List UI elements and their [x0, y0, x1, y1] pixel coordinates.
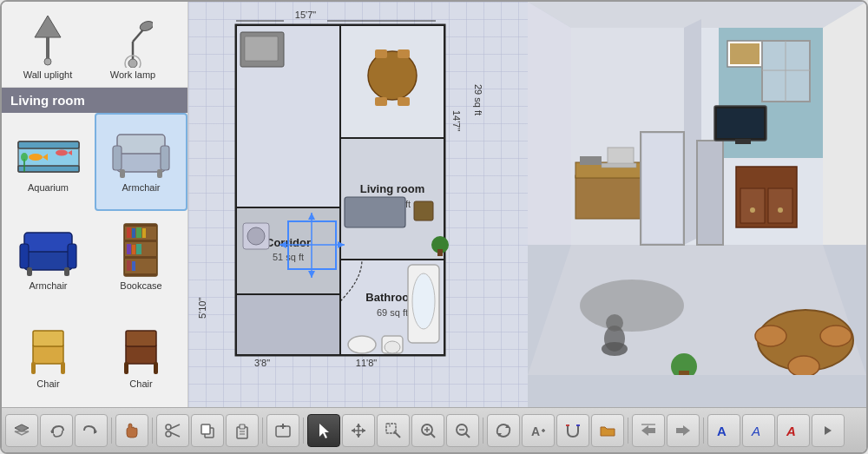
folder-btn[interactable]	[591, 414, 624, 447]
sidebar-item-work-lamp[interactable]: Work lamp	[94, 9, 172, 80]
svg-text:A: A	[786, 424, 796, 438]
hand-btn[interactable]	[115, 414, 148, 447]
svg-rect-10	[18, 166, 79, 172]
svg-rect-33	[124, 273, 157, 276]
sidebar-item-bookcase[interactable]: Bookcase	[95, 211, 187, 309]
sidebar-item-chair2[interactable]: Chair	[95, 309, 187, 407]
svg-rect-185	[676, 428, 683, 433]
svg-point-92	[412, 273, 435, 329]
sidebar: Wall uplight Work lamp	[2, 2, 188, 407]
font-a2-btn[interactable]: A	[742, 414, 775, 447]
svg-rect-80	[437, 249, 443, 256]
svg-rect-114	[697, 141, 723, 245]
font-a1-btn[interactable]: A	[707, 414, 740, 447]
arrow-left-btn[interactable]	[632, 414, 665, 447]
svg-rect-110	[580, 156, 602, 165]
sidebar-item-aquarium[interactable]: Aquarium	[2, 113, 95, 211]
magnet-btn[interactable]	[556, 414, 589, 447]
sep1	[111, 418, 112, 444]
svg-rect-96	[245, 36, 278, 61]
zoom-out-btn[interactable]	[446, 414, 479, 447]
svg-line-165	[394, 431, 400, 438]
svg-rect-75	[375, 97, 387, 106]
svg-text:A: A	[717, 424, 727, 438]
wall-uplight-icon	[30, 11, 65, 68]
svg-marker-181	[641, 425, 648, 436]
svg-text:Living room: Living room	[360, 182, 424, 195]
redo-btn[interactable]	[75, 414, 108, 447]
rotate-btn[interactable]	[487, 414, 520, 447]
armchair2-label: Armchair	[29, 280, 67, 291]
zoom-in-btn[interactable]	[411, 414, 444, 447]
floor-plan-svg: 15'7" 14'7" 29 sq ft 3'8" 11'8" 5'10"	[193, 6, 492, 371]
svg-text:29 sq ft: 29 sq ft	[473, 84, 483, 115]
arrow-right-btn[interactable]	[667, 414, 700, 447]
chair1-label: Chair	[36, 378, 59, 389]
layers-btn[interactable]	[5, 414, 38, 447]
sidebar-item-armchair2[interactable]: Armchair	[2, 211, 95, 309]
text-btn[interactable]: A	[522, 414, 555, 447]
undo-btn[interactable]	[40, 414, 73, 447]
sidebar-item-chair1[interactable]: Chair	[2, 309, 95, 407]
svg-point-98	[247, 227, 265, 245]
svg-rect-47	[126, 345, 156, 364]
svg-rect-26	[68, 244, 76, 268]
svg-point-118	[750, 207, 755, 213]
svg-rect-30	[124, 224, 157, 227]
sep3	[262, 418, 263, 444]
floor-plan-area[interactable]: 15'7" 14'7" 29 sq ft 3'8" 11'8" 5'10"	[188, 2, 528, 407]
svg-rect-38	[127, 244, 131, 254]
svg-point-128	[820, 326, 852, 346]
pan-icon	[350, 422, 367, 439]
paste-btn[interactable]	[226, 414, 259, 447]
work-lamp-icon	[114, 11, 153, 68]
furniture-grid: Aquarium	[2, 113, 187, 407]
sidebar-item-wall-uplight[interactable]: Wall uplight	[9, 9, 87, 80]
font-a2-icon: A	[750, 422, 767, 439]
svg-rect-21	[120, 169, 125, 178]
chair2-icon	[107, 318, 176, 378]
svg-rect-182	[648, 428, 655, 433]
select-btn[interactable]	[307, 414, 340, 447]
svg-marker-162	[352, 428, 355, 433]
zoom-box-btn[interactable]	[377, 414, 410, 447]
chair2-label: Chair	[129, 378, 152, 389]
svg-rect-37	[142, 228, 146, 238]
svg-rect-40	[136, 244, 141, 254]
svg-marker-160	[356, 424, 361, 427]
svg-rect-117	[768, 188, 792, 223]
zoom-out-icon	[454, 422, 471, 439]
more-btn[interactable]	[812, 414, 845, 447]
svg-rect-44	[33, 331, 63, 346]
svg-rect-122	[735, 139, 751, 144]
svg-rect-49	[124, 362, 128, 374]
folder-icon	[599, 422, 616, 439]
wall-uplight-label: Wall uplight	[23, 69, 72, 80]
add-furniture-btn[interactable]	[266, 414, 299, 447]
toolbar: A	[2, 407, 866, 452]
pan-btn[interactable]	[342, 414, 375, 447]
svg-rect-39	[132, 245, 135, 254]
sep6	[628, 418, 628, 444]
app-container: Wall uplight Work lamp	[2, 2, 866, 452]
font-a3-btn[interactable]: A	[777, 414, 810, 447]
aquarium-label: Aquarium	[28, 182, 69, 193]
svg-rect-46	[61, 362, 65, 374]
svg-marker-102	[528, 2, 571, 245]
svg-point-2	[44, 58, 51, 65]
sidebar-item-armchair1[interactable]: Armchair	[95, 113, 187, 211]
svg-marker-157	[319, 424, 329, 438]
svg-rect-124	[730, 43, 760, 64]
armchair1-icon	[107, 122, 176, 182]
aquarium-icon	[14, 122, 83, 182]
svg-point-5	[138, 19, 152, 32]
svg-point-11	[29, 154, 43, 161]
svg-marker-161	[356, 434, 361, 438]
scissors-btn[interactable]	[156, 414, 189, 447]
copy-btn[interactable]	[191, 414, 224, 447]
svg-rect-108	[575, 175, 645, 219]
arrow-right-icon	[674, 422, 692, 439]
svg-rect-41	[127, 260, 131, 271]
svg-rect-19	[113, 146, 122, 170]
svg-marker-163	[362, 428, 365, 433]
